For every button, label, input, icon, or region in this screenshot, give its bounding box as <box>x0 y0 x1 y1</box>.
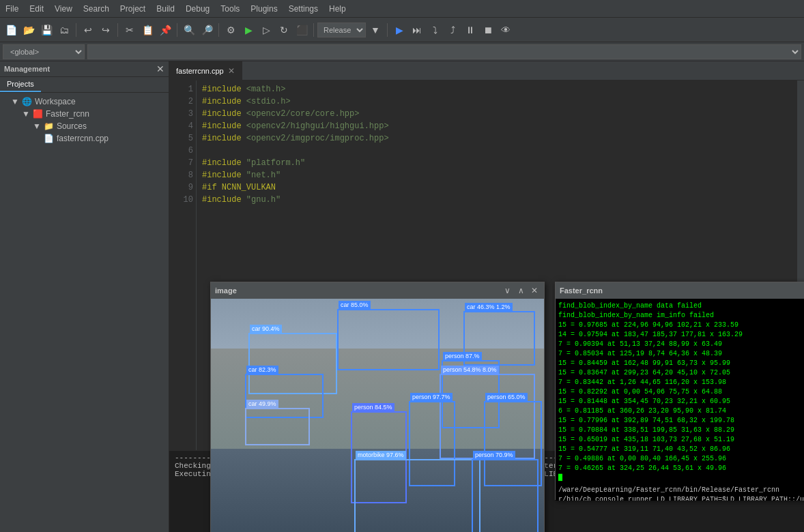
menu-search[interactable]: Search <box>78 1 115 16</box>
sep5 <box>313 23 314 37</box>
tree-file[interactable]: 📄 fasterrcnn.cpp <box>0 132 169 145</box>
sep3 <box>177 23 177 37</box>
det-box-person6: person 70.9% <box>472 459 539 532</box>
build-button[interactable]: ⚙ <box>222 22 239 38</box>
project-tree: ▼ 🌐 Workspace ▼ 🟥 Faster_rcnn ▼ 📁 Source… <box>0 93 169 532</box>
terminal-line-3: 15 = 0.97685 at 224,96 94,96 102,21 x 23… <box>558 321 804 330</box>
tree-project[interactable]: ▼ 🟥 Faster_rcnn <box>0 108 169 120</box>
debug-run-button[interactable]: ▶ <box>391 22 407 38</box>
det-label-car2: car 90.4% <box>250 325 282 333</box>
cut-button[interactable]: ✂ <box>121 22 138 38</box>
menu-build[interactable]: Build <box>151 1 180 16</box>
findreplace-button[interactable]: 🔎 <box>199 22 215 38</box>
buildrun-button[interactable]: ▷ <box>258 22 274 38</box>
terminal-line-17: 7 = 0.49886 at 0,00 80,40 166,45 x 255.9… <box>558 454 804 464</box>
menu-edit[interactable]: Edit <box>24 1 49 16</box>
watches-button[interactable]: 👁 <box>498 22 514 38</box>
menu-debug[interactable]: Debug <box>180 1 215 16</box>
redo-button[interactable]: ↪ <box>98 22 114 38</box>
terminal-line-15: 15 = 0.65019 at 435,18 103,73 27,68 x 51… <box>558 435 804 445</box>
editor-tab-main[interactable]: fasterrcnn.cpp ✕ <box>169 61 242 80</box>
global-select[interactable]: <global> <box>3 44 85 59</box>
run-button[interactable]: ▶ <box>240 22 257 38</box>
det-label-person6: person 70.9% <box>473 451 515 459</box>
editor-tab-close[interactable]: ✕ <box>228 66 235 76</box>
image-titlebar[interactable]: image ∨ ∧ ✕ <box>211 282 544 299</box>
open-button[interactable]: 📂 <box>20 22 37 38</box>
terminal-line-12: 6 = 0.81185 at 360,26 23,20 95,90 x 81.7… <box>558 407 804 416</box>
tree-sources[interactable]: ▼ 📁 Sources <box>0 120 169 132</box>
image-content: car 85.0% car 90.4% car 82.3% <box>211 299 544 532</box>
sep4 <box>218 23 219 37</box>
panel-close-button[interactable]: ✕ <box>156 63 164 74</box>
step-button[interactable]: ⤵ <box>427 22 443 38</box>
menu-view[interactable]: View <box>49 1 78 16</box>
step-out-button[interactable]: ⤴ <box>444 22 461 38</box>
sep6 <box>387 23 388 37</box>
terminal-line-1: find_blob_index_by_name data failed <box>558 301 804 311</box>
sep1 <box>76 23 76 37</box>
sources-icon: 📁 <box>44 121 54 131</box>
save-button[interactable]: 💾 <box>38 22 55 38</box>
menu-file[interactable]: File <box>0 1 24 16</box>
rebuild-button[interactable]: ↻ <box>276 22 292 38</box>
terminal-window[interactable]: Faster_rcnn ∨ ∧ ✕ find_blob_index_by_nam… <box>555 282 804 500</box>
panel-header: Management ✕ <box>0 61 169 77</box>
file-select[interactable] <box>87 44 801 59</box>
config-select[interactable]: Release Debug <box>317 23 366 38</box>
paste-button[interactable]: 📌 <box>157 22 173 38</box>
menu-plugins[interactable]: Plugins <box>245 1 283 16</box>
terminal-content[interactable]: find_blob_index_by_name data failed find… <box>556 299 804 501</box>
new-button[interactable]: 📄 <box>3 22 19 38</box>
image-restore-btn[interactable]: ∧ <box>515 285 526 296</box>
det-label-person1: person 87.% <box>443 352 482 360</box>
det-box-motorbike: motorbike 97.6% <box>354 459 480 532</box>
det-label-car5: car 46.3% 1.2% <box>465 303 513 311</box>
terminal-titlebar[interactable]: Faster_rcnn ∨ ∧ ✕ <box>556 282 804 299</box>
terminal-line-8: 15 = 0.83647 at 299,23 64,20 45,10 x 72.… <box>558 368 804 378</box>
nav-bar: <global> <box>0 42 804 61</box>
det-box-car1: car 85.0% <box>337 309 440 370</box>
menubar: File Edit View Search Project Build Debu… <box>0 0 804 18</box>
menu-project[interactable]: Project <box>115 1 151 16</box>
terminal-line-4: 14 = 0.97594 at 183,47 185,37 177,81 x 1… <box>558 330 804 340</box>
terminal-window-title: Faster_rcnn <box>560 286 603 295</box>
saveall-button[interactable]: 🗂 <box>56 22 72 38</box>
undo-button[interactable]: ↩ <box>80 22 96 38</box>
pause-button[interactable]: ⏸ <box>462 22 478 38</box>
stop-button[interactable]: ⬛ <box>293 22 310 38</box>
sources-label: Sources <box>57 121 87 131</box>
project-icon: 🟥 <box>33 109 43 119</box>
left-panel: Management ✕ Projects ▼ 🌐 Workspace ▼ 🟥 … <box>0 61 169 532</box>
editor-tabs: fasterrcnn.cpp ✕ <box>169 61 804 80</box>
workspace-icon: 🌐 <box>22 97 32 106</box>
terminal-cmd-2: r/bin/cb_console_runner LD_LIBRARY_PATH=… <box>558 495 804 501</box>
find-button[interactable]: 🔍 <box>181 22 197 38</box>
terminal-cursor: █ <box>558 473 804 483</box>
editor-tab-label: fasterrcnn.cpp <box>176 67 224 75</box>
collapse-icon: ▼ <box>11 97 19 106</box>
det-label-person5: person 65.0% <box>485 393 528 401</box>
terminal-line-6: 7 = 0.85034 at 125,19 8,74 64,36 x 48.39 <box>558 349 804 359</box>
menu-settings[interactable]: Settings <box>283 1 324 16</box>
menu-tools[interactable]: Tools <box>215 1 245 16</box>
det-label-car4: car 49.9% <box>246 400 278 408</box>
project-tabs: Projects <box>0 77 169 93</box>
image-close-btn[interactable]: ✕ <box>529 285 540 296</box>
menu-help[interactable]: Help <box>324 1 351 16</box>
project-label: Faster_rcnn <box>46 109 89 119</box>
copy-button[interactable]: 📋 <box>139 22 156 38</box>
management-title: Management <box>4 65 50 73</box>
next-instr-button[interactable]: ⏭ <box>409 22 425 38</box>
stop-debug-button[interactable]: ⏹ <box>480 22 496 38</box>
tab-projects[interactable]: Projects <box>0 77 41 92</box>
terminal-line-11: 15 = 0.81448 at 354,45 70,23 32,21 x 60.… <box>558 397 804 407</box>
terminal-line-10: 15 = 0.82292 at 0,00 54,06 75,75 x 64.88 <box>558 387 804 397</box>
file-label: fasterrcnn.cpp <box>57 134 109 143</box>
image-window[interactable]: image ∨ ∧ ✕ <box>210 282 545 532</box>
image-minimize-btn[interactable]: ∨ <box>502 285 513 296</box>
terminal-line-2: find_blob_index_by_name im_info failed <box>558 311 804 321</box>
terminal-line-7: 15 = 0.84459 at 162,48 99,91 63,73 x 95.… <box>558 359 804 368</box>
tree-workspace[interactable]: ▼ 🌐 Workspace <box>0 95 169 108</box>
config-btn[interactable]: ▼ <box>367 22 384 38</box>
